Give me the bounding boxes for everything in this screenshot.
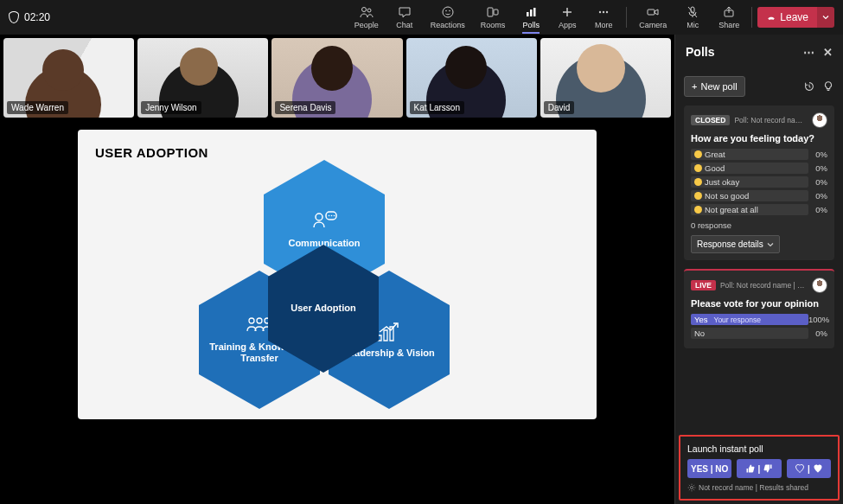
emoji-icon (694, 164, 702, 172)
participant-tile[interactable]: Kat Larsson (406, 38, 537, 118)
launch-title: Launch instant poll (687, 443, 831, 454)
share-icon (722, 5, 736, 19)
apps-button[interactable]: Apps (550, 3, 584, 31)
plus-icon (560, 5, 574, 19)
svg-point-11 (603, 11, 604, 13)
svg-point-4 (449, 10, 450, 12)
svg-point-20 (334, 215, 335, 217)
top-bar: 02:20 People Chat Reactions Rooms Polls … (0, 0, 843, 35)
poll-option: Good 0% (691, 163, 827, 174)
svg-point-16 (316, 214, 323, 220)
leave-icon (766, 12, 776, 22)
participants-row: Wade Warren Jenny Wilson Serena Davis Ka… (0, 35, 674, 121)
timer-text: 02:20 (24, 11, 50, 23)
people-icon (360, 5, 374, 19)
heart-icon (795, 463, 805, 474)
participant-name: Jenny Wilson (141, 101, 201, 114)
chat-button[interactable]: Chat (387, 3, 422, 31)
svg-point-2 (443, 7, 453, 17)
svg-point-19 (331, 215, 333, 217)
participant-tile[interactable]: David (540, 38, 671, 118)
participant-name: Serena Davis (275, 101, 335, 114)
mic-button[interactable]: Mic (675, 3, 710, 31)
svg-point-1 (367, 9, 371, 12)
poll-option[interactable]: YesYour response 100% (691, 314, 827, 325)
leave-caret-button[interactable] (817, 7, 834, 28)
status-badge: LIVE (691, 280, 716, 290)
leave-button[interactable]: Leave (757, 7, 817, 28)
participant-name: Kat Larsson (410, 101, 464, 114)
communication-icon (310, 208, 338, 233)
emoji-icon (694, 192, 702, 200)
panel-header: Polls ⋯ ✕ (675, 35, 843, 69)
emoji-icon (694, 150, 702, 158)
close-icon[interactable]: ✕ (823, 46, 833, 59)
polls-icon (524, 5, 538, 19)
avatar (812, 278, 827, 293)
poll-question: How are you feeling today? (691, 133, 827, 144)
poll-question: Please vote for your opinion (691, 298, 827, 309)
chevron-down-icon (822, 14, 829, 21)
svg-point-22 (257, 318, 262, 323)
share-button[interactable]: Share (712, 3, 746, 31)
rooms-button[interactable]: Rooms (474, 3, 513, 31)
launch-yesno-button[interactable]: YES | NO (687, 459, 731, 478)
poll-meta: Poll: Not record name | Res... (720, 281, 808, 290)
more-button[interactable]: More (586, 3, 621, 31)
status-badge: CLOSED (691, 115, 730, 125)
participant-tile[interactable]: Serena Davis (271, 38, 402, 118)
plus-icon: + (692, 81, 697, 92)
meeting-timer: 02:20 (9, 11, 50, 23)
participant-tile[interactable]: Wade Warren (3, 38, 134, 118)
launch-instant-poll-panel: Launch instant poll YES | NO | | Not rec… (679, 435, 840, 501)
panel-title: Polls (686, 45, 714, 59)
panel-more-icon[interactable]: ⋯ (803, 46, 814, 59)
meeting-stage: Wade Warren Jenny Wilson Serena Davis Ka… (0, 35, 674, 504)
polls-button[interactable]: Polls (514, 3, 548, 31)
svg-rect-9 (533, 8, 536, 16)
poll-card-closed: CLOSED Poll: Not record name | ... How a… (684, 105, 834, 260)
idea-icon[interactable] (822, 80, 834, 93)
poll-meta: Poll: Not record name | ... (734, 116, 808, 124)
people-button[interactable]: People (348, 3, 386, 31)
main-area: Wade Warren Jenny Wilson Serena Davis Ka… (0, 35, 843, 504)
poll-option: Just okay 0% (691, 176, 827, 188)
svg-rect-6 (494, 10, 498, 15)
svg-point-12 (606, 11, 608, 13)
poll-option: Not so good 0% (691, 190, 827, 201)
chat-icon (398, 5, 412, 19)
reactions-button[interactable]: Reactions (424, 3, 472, 31)
launch-meta: Not record name | Results shared (687, 483, 831, 492)
launch-thumbs-button[interactable]: | (737, 459, 781, 478)
emoji-icon (694, 206, 702, 214)
shared-slide: USER ADOPTION Communication Training & K… (78, 130, 597, 419)
new-poll-button[interactable]: + New poll (684, 76, 745, 97)
avatar (812, 112, 827, 128)
thumbs-down-icon (763, 463, 773, 474)
response-details-button[interactable]: Response details (691, 235, 780, 253)
slide-title: USER ADOPTION (95, 145, 579, 160)
separator (626, 7, 627, 28)
camera-button[interactable]: Camera (632, 3, 674, 31)
launch-hearts-button[interactable]: | (787, 459, 831, 478)
svg-point-0 (361, 8, 366, 12)
participant-name: Wade Warren (7, 101, 68, 114)
meeting-toolbar: People Chat Reactions Rooms Polls Apps M… (348, 3, 834, 31)
leave-button-group: Leave (757, 7, 834, 28)
svg-rect-13 (648, 10, 655, 15)
heart-filled-icon (813, 463, 823, 474)
emoji-icon (694, 178, 702, 186)
gear-icon (687, 483, 696, 492)
poll-list[interactable]: CLOSED Poll: Not record name | ... How a… (675, 99, 843, 435)
poll-option[interactable]: No 0% (691, 328, 827, 339)
poll-response-count: 0 response (691, 220, 827, 230)
shield-icon (9, 11, 19, 23)
hex-diagram: Communication Training & Knowledge Trans… (95, 160, 579, 411)
svg-rect-8 (530, 10, 533, 16)
participant-tile[interactable]: Jenny Wilson (137, 38, 268, 118)
svg-rect-5 (488, 8, 493, 16)
svg-point-24 (690, 486, 693, 488)
rooms-icon (486, 5, 500, 19)
history-icon[interactable] (803, 80, 815, 93)
panel-toolbar: + New poll (675, 69, 843, 99)
